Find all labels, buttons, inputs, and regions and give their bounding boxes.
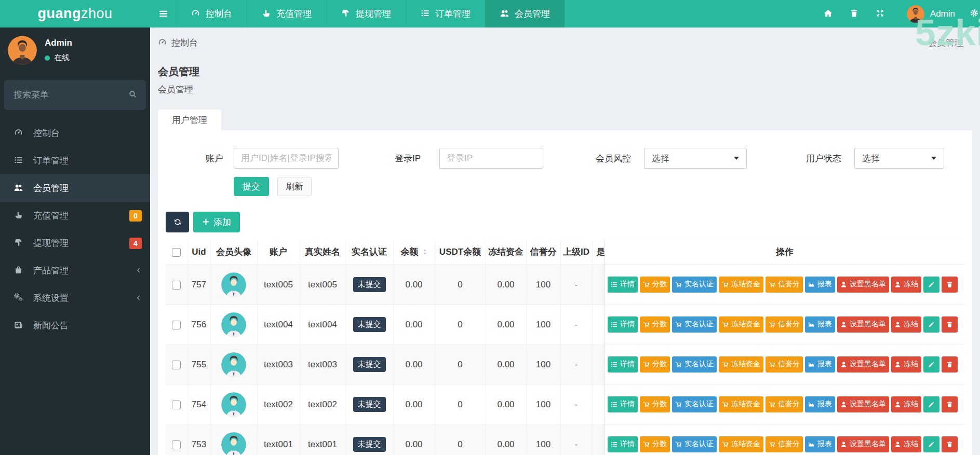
sidebar-user-status[interactable]: 在线 (45, 53, 72, 63)
detail-button[interactable]: 详情 (608, 436, 638, 452)
refresh-button[interactable]: 刷新 (277, 177, 312, 196)
row-checkbox[interactable] (172, 361, 181, 369)
credit-score-button[interactable]: 信誉分 (766, 277, 803, 293)
column-header[interactable]: 会员头像 (210, 240, 257, 265)
column-header[interactable]: 上级ID (560, 240, 592, 265)
freeze-user-button[interactable]: 冻结 (891, 277, 921, 293)
freeze-funds-button[interactable]: 冻结资金 (719, 436, 763, 452)
delete-button[interactable] (942, 396, 958, 412)
set-blacklist-button[interactable]: 设置黑名单 (837, 356, 889, 373)
realname-auth-button[interactable]: 实名认证 (672, 396, 717, 412)
freeze-user-button[interactable]: 冻结 (891, 396, 921, 412)
delete-button[interactable] (942, 277, 958, 293)
trash-icon[interactable] (841, 9, 867, 19)
freeze-funds-button[interactable]: 冻结资金 (719, 356, 763, 373)
score-button[interactable]: 分数 (640, 356, 670, 373)
row-checkbox[interactable] (172, 440, 181, 449)
column-header[interactable]: 信誉分 (526, 240, 560, 265)
score-button[interactable]: 分数 (640, 436, 670, 452)
expand-icon[interactable] (867, 9, 893, 19)
column-header[interactable]: 余额 (393, 240, 435, 265)
credit-score-button[interactable]: 信誉分 (766, 396, 803, 412)
column-header[interactable]: 真实姓名 (300, 240, 345, 265)
freeze-funds-button[interactable]: 冻结资金 (719, 277, 763, 293)
submit-button[interactable]: 提交 (234, 177, 269, 196)
realname-auth-button[interactable]: 实名认证 (672, 356, 717, 373)
freeze-funds-button[interactable]: 冻结资金 (719, 316, 763, 333)
detail-button[interactable]: 详情 (608, 356, 638, 373)
freeze-user-button[interactable]: 冻结 (891, 316, 921, 333)
set-blacklist-button[interactable]: 设置黑名单 (837, 396, 889, 412)
freeze-user-button[interactable]: 冻结 (891, 436, 921, 452)
sidebar-item[interactable]: 控制台 (0, 119, 150, 147)
detail-button[interactable]: 详情 (608, 396, 638, 412)
nav-item[interactable]: 充值管理 (247, 0, 326, 27)
score-button[interactable]: 分数 (640, 396, 670, 412)
column-header[interactable]: 冻结资金 (486, 240, 526, 265)
credit-score-button[interactable]: 信誉分 (766, 316, 803, 333)
set-blacklist-button[interactable]: 设置黑名单 (837, 277, 889, 293)
tab-user-management[interactable]: 用户管理 (158, 109, 221, 130)
edit-button[interactable] (923, 436, 939, 452)
sidebar-item[interactable]: 新闻公告 (0, 312, 150, 339)
score-button[interactable]: 分数 (640, 277, 670, 293)
realname-auth-button[interactable]: 实名认证 (672, 436, 717, 452)
report-button[interactable]: 报表 (805, 277, 835, 293)
report-button[interactable]: 报表 (805, 436, 835, 452)
account-input[interactable] (234, 148, 339, 169)
user-status-select[interactable]: 选择 (854, 148, 944, 169)
column-header[interactable]: Uid (187, 240, 210, 265)
delete-button[interactable] (942, 436, 958, 452)
set-blacklist-button[interactable]: 设置黑名单 (837, 316, 889, 333)
edit-button[interactable] (923, 316, 939, 333)
sort-icon[interactable] (422, 248, 427, 258)
set-blacklist-button[interactable]: 设置黑名单 (837, 436, 889, 452)
report-button[interactable]: 报表 (805, 356, 835, 373)
hamburger-icon[interactable] (150, 0, 176, 27)
sidebar-item[interactable]: 系统设置 (0, 284, 150, 312)
member-avatar[interactable] (221, 312, 246, 337)
edit-button[interactable] (923, 277, 939, 293)
sidebar-item[interactable]: 充值管理 0 (0, 202, 150, 229)
delete-button[interactable] (942, 316, 958, 333)
realname-auth-button[interactable]: 实名认证 (672, 316, 717, 333)
nav-item[interactable]: 会员管理 (485, 0, 565, 27)
sidebar-item[interactable]: 订单管理 (0, 147, 150, 174)
row-checkbox[interactable] (172, 321, 181, 329)
edit-button[interactable] (923, 396, 939, 412)
user-menu[interactable]: Admin (893, 5, 963, 23)
freeze-funds-button[interactable]: 冻结资金 (719, 396, 763, 412)
home-icon[interactable] (815, 9, 841, 19)
detail-button[interactable]: 详情 (608, 316, 638, 333)
credit-score-button[interactable]: 信誉分 (766, 436, 803, 452)
nav-item[interactable]: 提现管理 (326, 0, 406, 27)
breadcrumb-home[interactable]: 控制台 (158, 37, 198, 49)
nav-item[interactable]: 订单管理 (406, 0, 485, 27)
report-button[interactable]: 报表 (805, 316, 835, 333)
realname-auth-button[interactable]: 实名认证 (672, 277, 717, 293)
delete-button[interactable] (942, 356, 958, 373)
sidebar-item[interactable]: 产品管理 (0, 257, 150, 284)
score-button[interactable]: 分数 (640, 316, 670, 333)
column-header[interactable]: 实名认证 (345, 240, 393, 265)
gear-icon[interactable] (963, 8, 980, 19)
select-all-checkbox[interactable] (172, 248, 181, 257)
row-checkbox[interactable] (172, 281, 181, 289)
member-avatar[interactable] (221, 392, 246, 417)
search-icon[interactable] (128, 90, 137, 100)
add-button[interactable]: 添加 (193, 212, 240, 232)
sidebar-item[interactable]: 提现管理 4 (0, 229, 150, 257)
login-ip-input[interactable] (439, 148, 543, 169)
report-button[interactable]: 报表 (805, 396, 835, 412)
credit-score-button[interactable]: 信誉分 (766, 356, 803, 373)
reload-button[interactable] (166, 212, 189, 232)
nav-item[interactable]: 控制台 (176, 0, 247, 27)
sidebar-search-input[interactable] (14, 90, 128, 100)
avatar[interactable] (8, 36, 37, 65)
freeze-user-button[interactable]: 冻结 (891, 356, 921, 373)
column-header[interactable]: 账户 (257, 240, 300, 265)
row-checkbox[interactable] (172, 401, 181, 409)
member-avatar[interactable] (221, 272, 246, 297)
member-avatar[interactable] (221, 432, 246, 455)
edit-button[interactable] (923, 356, 939, 373)
